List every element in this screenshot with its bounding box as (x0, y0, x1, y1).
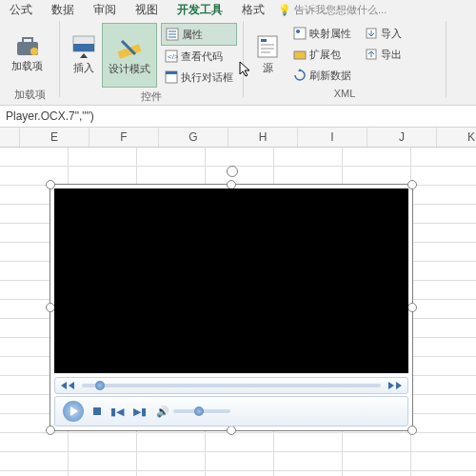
svg-rect-4 (73, 44, 94, 51)
properties-icon (166, 28, 179, 41)
refresh-button[interactable]: 刷新数据 (289, 65, 355, 86)
col-header[interactable]: F (89, 128, 159, 147)
tab-view[interactable]: 视图 (126, 0, 168, 21)
col-header[interactable]: I (298, 128, 367, 147)
map-icon (293, 27, 307, 40)
svg-rect-13 (166, 71, 177, 74)
ruler-icon (116, 35, 143, 60)
play-button[interactable] (63, 401, 84, 422)
tell-me[interactable]: 💡 告诉我您想做什么... (274, 0, 390, 21)
run-dialog-button[interactable]: 执行对话框 (161, 67, 237, 88)
tab-data[interactable]: 数据 (42, 0, 84, 21)
view-code-button[interactable]: </> 查看代码 (161, 46, 237, 67)
svg-rect-1 (23, 38, 32, 43)
group-label-addins: 加载项 (6, 86, 53, 102)
dialog-icon (165, 70, 178, 84)
export-button[interactable]: 导出 (361, 44, 406, 65)
formula-bar[interactable]: Player.OCX.7","") (0, 106, 476, 128)
column-headers: E F G H I J K (0, 128, 476, 148)
xml-source-button[interactable]: 源 (249, 23, 286, 86)
source-icon (255, 34, 280, 59)
seek-bar[interactable] (54, 377, 408, 394)
import-button[interactable]: 导入 (361, 23, 406, 44)
tab-formulas[interactable]: 公式 (0, 0, 42, 21)
svg-rect-15 (261, 39, 267, 42)
tab-review[interactable]: 审阅 (84, 0, 126, 21)
col-header[interactable]: J (367, 128, 437, 147)
video-area (54, 188, 408, 373)
rotate-handle[interactable] (227, 166, 238, 177)
svg-rect-16 (261, 44, 274, 46)
worksheet-grid[interactable]: ▮◀ ▶▮ 🔊 (0, 148, 476, 476)
col-header[interactable]: E (20, 128, 89, 147)
svg-rect-17 (261, 48, 274, 50)
volume-track[interactable] (173, 409, 230, 413)
svg-rect-19 (294, 28, 306, 39)
resize-handle[interactable] (407, 303, 417, 312)
next-icon[interactable] (396, 382, 402, 389)
rewind-icon[interactable] (69, 382, 74, 389)
prev-icon[interactable] (61, 382, 67, 389)
svg-point-20 (296, 30, 300, 33)
map-properties-button[interactable]: 映射属性 (289, 23, 355, 44)
controls-bar: ▮◀ ▶▮ 🔊 (54, 396, 408, 426)
expansion-button[interactable]: 扩展包 (289, 44, 355, 65)
import-icon (365, 27, 378, 40)
insert-control-button[interactable]: 插入 (66, 23, 102, 86)
next-track-button[interactable]: ▶▮ (133, 406, 147, 418)
ribbon-tabs: 公式 数据 审阅 视图 开发工具 格式 💡 告诉我您想做什么... (0, 0, 476, 21)
svg-rect-5 (117, 44, 141, 59)
group-label-xml: XML (249, 86, 440, 99)
seek-track[interactable] (82, 384, 381, 387)
resize-handle[interactable] (227, 426, 236, 435)
seek-knob[interactable] (95, 381, 105, 390)
resize-handle[interactable] (407, 180, 417, 189)
col-header[interactable]: K (437, 128, 476, 147)
tab-format[interactable]: 格式 (232, 0, 274, 21)
expansion-icon (293, 48, 307, 61)
svg-rect-18 (261, 51, 270, 53)
tab-developer[interactable]: 开发工具 (168, 0, 232, 21)
svg-rect-21 (294, 51, 306, 59)
resize-handle[interactable] (46, 426, 55, 435)
briefcase-icon (15, 36, 40, 57)
svg-point-2 (30, 48, 38, 55)
prev-track-button[interactable]: ▮◀ (110, 406, 124, 418)
properties-button[interactable]: 属性 (161, 23, 237, 46)
code-icon: </> (165, 50, 178, 63)
media-player-object[interactable]: ▮◀ ▶▮ 🔊 (50, 184, 413, 431)
design-mode-button[interactable]: 设计模式 (102, 23, 157, 88)
col-header[interactable]: G (159, 128, 228, 147)
insert-icon (71, 34, 96, 59)
export-icon (365, 48, 378, 61)
svg-text:</>: </> (168, 52, 178, 61)
addins-button[interactable]: 加载项 (6, 23, 49, 86)
volume-knob[interactable] (194, 407, 204, 416)
volume-icon[interactable]: 🔊 (156, 406, 169, 418)
group-label-controls: 控件 (66, 88, 237, 104)
col-header[interactable]: H (228, 128, 298, 147)
stop-button[interactable] (93, 407, 101, 415)
resize-handle[interactable] (407, 426, 417, 435)
forward-icon[interactable] (388, 382, 394, 389)
refresh-icon (293, 69, 307, 82)
